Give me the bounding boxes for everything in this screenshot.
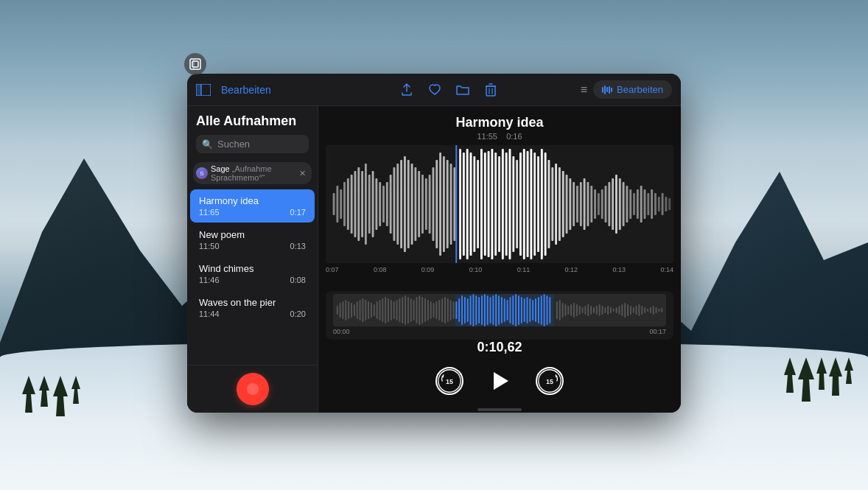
svg-rect-50 xyxy=(435,160,438,248)
svg-rect-99 xyxy=(608,182,610,226)
svg-rect-36 xyxy=(386,182,388,226)
svg-rect-137 xyxy=(391,300,392,321)
svg-rect-148 xyxy=(421,297,423,323)
svg-rect-10 xyxy=(192,61,198,67)
svg-rect-139 xyxy=(396,300,398,321)
svg-rect-206 xyxy=(587,304,589,316)
corner-action-button[interactable] xyxy=(184,53,206,75)
svg-rect-185 xyxy=(524,298,525,322)
sidebar-footer xyxy=(187,365,318,413)
recording-name: Waves on the pier xyxy=(199,297,306,308)
skip-forward-button[interactable]: 15 xyxy=(536,367,564,395)
svg-rect-217 xyxy=(619,306,620,315)
svg-rect-135 xyxy=(385,297,386,323)
svg-rect-13 xyxy=(196,84,201,96)
record-button[interactable] xyxy=(237,373,269,405)
svg-rect-24 xyxy=(343,182,346,226)
svg-rect-205 xyxy=(584,306,586,315)
trash-icon[interactable] xyxy=(483,83,498,97)
svg-rect-232 xyxy=(661,308,662,312)
recording-item[interactable]: New poem 11:50 0:13 xyxy=(190,223,315,256)
svg-rect-180 xyxy=(509,297,511,323)
mini-waveform-svg xyxy=(333,294,666,326)
svg-rect-224 xyxy=(638,304,640,316)
recording-time: 11:50 xyxy=(199,242,220,251)
mini-waveform-container[interactable]: 00:00 00:17 xyxy=(326,291,673,340)
recording-time: 11:44 xyxy=(199,309,220,318)
svg-rect-191 xyxy=(541,295,542,325)
svg-rect-84 xyxy=(555,164,557,245)
sage-badge[interactable]: S Sage „Aufnahme Sprachmemo°“ ✕ xyxy=(193,162,312,184)
svg-rect-209 xyxy=(596,306,598,315)
svg-rect-52 xyxy=(443,156,445,252)
svg-rect-87 xyxy=(566,175,568,234)
svg-rect-200 xyxy=(570,304,572,316)
svg-rect-216 xyxy=(616,307,617,313)
recording-name: Wind chimes xyxy=(199,263,306,274)
filter-icon[interactable]: ≡ xyxy=(581,83,587,97)
recording-item[interactable]: Harmony idea 11:65 0:17 xyxy=(190,189,315,223)
svg-rect-163 xyxy=(461,295,463,325)
heart-icon[interactable] xyxy=(427,83,442,97)
playback-controls: 15 15 xyxy=(318,358,681,405)
svg-rect-181 xyxy=(512,295,514,325)
svg-rect-158 xyxy=(450,300,452,321)
svg-rect-171 xyxy=(484,294,486,326)
svg-marker-4 xyxy=(784,357,796,393)
svg-rect-120 xyxy=(343,301,344,319)
svg-rect-221 xyxy=(630,306,631,315)
detail-header: Harmony idea 11:55 0:16 xyxy=(318,106,681,145)
toolbar-center xyxy=(343,83,554,97)
svg-rect-119 xyxy=(340,303,341,318)
svg-rect-105 xyxy=(629,189,631,219)
scroll-dot xyxy=(477,408,522,411)
search-bar[interactable]: 🔍 Suchen xyxy=(196,135,309,153)
svg-rect-196 xyxy=(559,300,561,321)
edit-button-left[interactable]: Bearbeiten xyxy=(221,84,271,96)
recording-item[interactable]: Wind chimes 11:46 0:08 xyxy=(190,257,315,290)
svg-rect-68 xyxy=(498,156,500,252)
svg-rect-192 xyxy=(544,294,545,326)
svg-rect-30 xyxy=(365,164,367,245)
svg-rect-166 xyxy=(470,295,472,325)
svg-rect-77 xyxy=(530,149,532,259)
mini-waveform[interactable] xyxy=(333,294,666,326)
svg-rect-223 xyxy=(636,306,637,315)
waveform-display[interactable] xyxy=(326,145,673,263)
svg-marker-5 xyxy=(798,357,814,402)
recording-item[interactable]: Waves on the pier 11:44 0:20 xyxy=(190,291,315,324)
svg-rect-174 xyxy=(492,295,494,325)
svg-rect-187 xyxy=(529,298,531,322)
svg-marker-3 xyxy=(71,376,80,404)
svg-marker-2 xyxy=(53,376,68,416)
svg-rect-129 xyxy=(368,301,369,319)
svg-marker-7 xyxy=(829,357,842,396)
svg-rect-116 xyxy=(668,198,671,210)
svg-rect-197 xyxy=(562,303,564,318)
skip-back-button[interactable]: 15 xyxy=(435,367,463,395)
waveform-container[interactable]: 0:07 0:08 0:09 0:10 0:11 0:12 0:13 0:14 xyxy=(318,145,681,291)
svg-rect-204 xyxy=(582,307,584,313)
detail-meta: 11:55 0:16 xyxy=(330,132,669,141)
svg-rect-103 xyxy=(623,182,625,226)
svg-rect-140 xyxy=(399,298,400,322)
svg-rect-154 xyxy=(438,300,440,321)
play-pause-button[interactable] xyxy=(484,365,515,396)
svg-rect-153 xyxy=(435,301,437,319)
edit-button-right[interactable]: Bearbeiten xyxy=(593,80,672,99)
svg-rect-126 xyxy=(360,300,361,321)
svg-rect-226 xyxy=(644,307,645,313)
svg-rect-212 xyxy=(604,307,606,313)
svg-rect-25 xyxy=(347,178,349,230)
recording-duration: 0:08 xyxy=(290,276,306,284)
sidebar-toggle-icon[interactable] xyxy=(196,83,211,97)
svg-rect-111 xyxy=(651,189,653,219)
svg-rect-132 xyxy=(377,301,378,319)
folder-icon[interactable] xyxy=(455,83,470,97)
svg-rect-110 xyxy=(647,193,649,215)
share-icon[interactable] xyxy=(399,83,414,97)
svg-rect-143 xyxy=(407,297,409,323)
svg-rect-195 xyxy=(556,301,558,319)
skip-forward-circle: 15 xyxy=(536,367,564,395)
sage-close-icon[interactable]: ✕ xyxy=(299,169,306,178)
